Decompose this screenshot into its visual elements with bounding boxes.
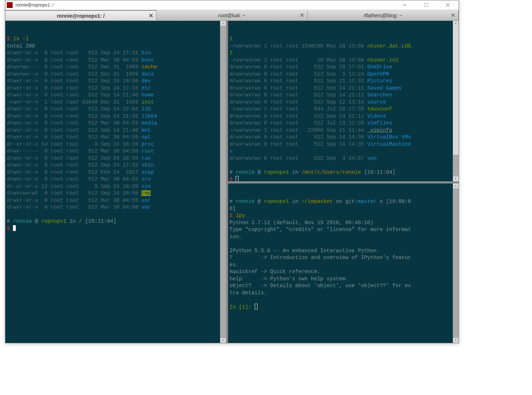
scroll-up-icon[interactable]: ▴ (220, 21, 226, 26)
terminal-output: # ronnie @ ropnopx1 in ~/impacket on git… (229, 198, 457, 311)
maximize-button[interactable] (415, 0, 437, 10)
maximize-icon (424, 3, 428, 7)
app-window: ronnie@ropnopx1: / ronnie@ropnopx1: / ✕ … (5, 0, 459, 343)
scroll-track[interactable] (220, 26, 226, 338)
scroll-up-icon[interactable]: ▴ (453, 183, 459, 189)
terminal-output: 1 -rwxrwxrwx 1 root root 1548288 May 28 … (229, 36, 457, 183)
titlebar[interactable]: ronnie@ropnopx1: / (5, 0, 459, 10)
left-terminal-pane[interactable]: $ ls -l total 200 drwxr-xr-x 0 root root… (5, 21, 228, 343)
minimize-icon (403, 3, 406, 7)
right-pane-wrap: 1 -rwxrwxrwx 1 root root 1548288 May 28 … (228, 21, 459, 343)
scroll-down-icon[interactable]: ▾ (220, 338, 226, 343)
scroll-up-icon[interactable]: ▴ (453, 21, 459, 26)
tab-label: rflathers@blog: ~ (364, 13, 402, 18)
terminal-split-area: $ ls -l total 200 drwxr-xr-x 0 root root… (5, 21, 459, 343)
tab-3[interactable]: rflathers@blog: ~ ✕ (308, 10, 459, 21)
window-title: ronnie@ropnopx1: / (15, 3, 54, 8)
tab-close-icon[interactable]: ✕ (149, 12, 153, 19)
tab-bar: ronnie@ropnopx1: / ✕ root@kali: ~ ✕ rfla… (5, 10, 459, 21)
tab-close-icon[interactable]: ✕ (451, 12, 455, 19)
svg-rect-1 (424, 3, 428, 7)
scroll-track[interactable] (453, 189, 459, 338)
tab-label: ronnie@ropnopx1: / (57, 13, 105, 19)
minimize-button[interactable] (394, 0, 415, 10)
scroll-thumb[interactable] (220, 26, 226, 338)
tab-2[interactable]: root@kali: ~ ✕ (156, 10, 308, 21)
scroll-down-icon[interactable]: ▾ (453, 338, 459, 343)
br-scrollbar[interactable]: ▴ ▾ (453, 183, 459, 343)
close-icon (446, 3, 450, 7)
tab-1[interactable]: ronnie@ropnopx1: / ✕ (5, 10, 156, 21)
tab-close-icon[interactable]: ✕ (300, 12, 304, 19)
left-scrollbar[interactable]: ▴ ▾ (220, 21, 226, 343)
bottom-right-terminal-pane[interactable]: # ronnie @ ropnopx1 in ~/impacket on git… (228, 183, 459, 343)
app-icon (7, 2, 13, 8)
scroll-down-icon[interactable]: ▾ (453, 176, 459, 181)
scroll-thumb[interactable] (453, 189, 458, 338)
terminal-output: $ ls -l total 200 drwxr-xr-x 0 root root… (7, 36, 224, 232)
scroll-track[interactable] (453, 26, 459, 176)
close-button[interactable] (437, 0, 459, 10)
scroll-thumb[interactable] (453, 155, 458, 176)
top-right-terminal-pane[interactable]: 1 -rwxrwxrwx 1 root root 1548288 May 28 … (228, 21, 459, 183)
tr-scrollbar[interactable]: ▴ ▾ (453, 21, 459, 181)
tab-label: root@kali: ~ (218, 13, 245, 18)
